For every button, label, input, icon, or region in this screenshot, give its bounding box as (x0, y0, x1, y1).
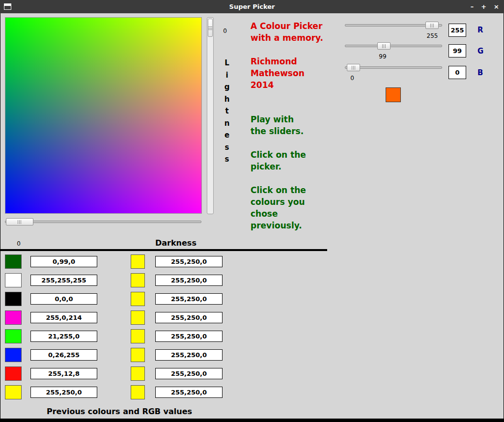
darkness-label: Darkness (155, 238, 196, 248)
green-slider-thumb[interactable] (377, 42, 391, 50)
slider-grip-icon (430, 24, 434, 28)
history-rgb-field[interactable]: 255,250,0 (155, 349, 223, 361)
history-rgb-field[interactable]: 255,250,0 (155, 256, 223, 267)
history-row: 255,0,214 (5, 310, 97, 325)
history-colour-swatch[interactable] (131, 329, 145, 343)
history-colour-swatch[interactable] (131, 292, 145, 306)
history-rgb-field[interactable]: 255,0,214 (30, 312, 97, 323)
history-rgb-field[interactable]: 255,250,0 (155, 293, 223, 305)
headline-text: A Colour Picker with a memory. (251, 20, 323, 44)
history-colour-swatch[interactable] (131, 273, 145, 287)
history-row: 255,255,255 (5, 273, 97, 287)
history-rgb-field[interactable]: 255,250,0 (30, 387, 97, 398)
history-rgb-field[interactable]: 255,250,0 (155, 387, 223, 398)
history-colour-swatch[interactable] (5, 292, 22, 306)
history-row: 255,250,0 (131, 292, 223, 306)
history-right-column: 255,250,0 255,250,0 255,250,0 255,250,0 … (131, 254, 223, 399)
history-colour-swatch[interactable] (5, 366, 22, 381)
history-row: 255,250,0 (131, 329, 223, 343)
darkness-slider-thumb[interactable] (6, 218, 33, 225)
window-title: Super Picker (0, 3, 504, 10)
history-colour-swatch[interactable] (5, 254, 22, 269)
history-row: 0,99,0 (5, 254, 97, 269)
history-row: 255,250,0 (131, 273, 223, 287)
blue-slider-thumb[interactable] (347, 64, 360, 71)
history-rgb-field[interactable]: 255,250,0 (155, 312, 223, 323)
history-colour-swatch[interactable] (5, 310, 22, 325)
window-bottom-border (0, 419, 504, 422)
super-picker-window: { "window": { "title": "Super Picker", "… (0, 0, 504, 422)
history-colour-swatch[interactable] (131, 366, 145, 381)
tip-sliders-text: Play with the sliders. (251, 113, 304, 137)
blue-channel-label: B (477, 68, 483, 77)
slider-grip-icon (382, 44, 386, 48)
red-slider-value: 255 (420, 32, 444, 39)
slider-grip-icon (352, 66, 356, 70)
history-colour-swatch[interactable] (5, 329, 22, 343)
history-colour-swatch[interactable] (5, 385, 22, 399)
lightness-value: 0 (220, 28, 230, 34)
lightness-slider[interactable] (207, 17, 214, 214)
tip-picker-text: Click on the picker. (251, 149, 306, 172)
window-icon[interactable] (4, 3, 11, 10)
minimize-button[interactable]: – (471, 3, 474, 10)
history-caption: Previous colours and RGB values (47, 407, 192, 416)
history-colour-swatch[interactable] (131, 310, 145, 325)
maximize-button[interactable]: + (481, 3, 486, 10)
lightness-slider-thumb[interactable] (208, 19, 213, 37)
history-row: 255,250,0 (5, 385, 97, 399)
green-channel-label: G (477, 47, 483, 56)
green-slider-value: 99 (371, 53, 394, 60)
history-colour-swatch[interactable] (131, 254, 145, 269)
history-colour-swatch[interactable] (131, 348, 145, 362)
titlebar: Super Picker – + × (0, 0, 504, 13)
history-row: 0,26,255 (5, 348, 97, 362)
window-controls: – + × (471, 0, 499, 13)
darkness-value: 0 (14, 240, 24, 247)
history-rgb-field[interactable]: 255,255,255 (30, 275, 97, 286)
separator-line (0, 249, 327, 251)
red-channel-label: R (477, 26, 483, 34)
history-row: 255,250,0 (131, 310, 223, 325)
slider-grip-icon (18, 220, 22, 224)
history-rgb-field[interactable]: 0,0,0 (30, 293, 97, 305)
history-row: 255,250,0 (131, 254, 223, 269)
history-rgb-field[interactable]: 255,12,8 (30, 368, 97, 379)
history-rgb-field[interactable]: 255,250,0 (155, 368, 223, 379)
history-colour-swatch[interactable] (5, 348, 22, 362)
current-colour-swatch (386, 87, 401, 102)
colour-picker-canvas[interactable] (5, 17, 202, 214)
green-slider[interactable] (345, 45, 442, 47)
red-slider-thumb[interactable] (425, 22, 439, 29)
history-row: 255,250,0 (131, 366, 223, 381)
history-rgb-field[interactable]: 0,99,0 (30, 256, 97, 267)
blue-value-field[interactable]: 0 (448, 66, 466, 79)
green-value-field[interactable]: 99 (448, 44, 466, 57)
history-row: 255,250,0 (131, 385, 223, 399)
history-row: 255,12,8 (5, 366, 97, 381)
slider-grip-icon (208, 26, 212, 30)
blue-slider-value: 0 (340, 75, 364, 82)
credit-text: Richmond Mathewson 2014 (251, 56, 305, 91)
history-colour-swatch[interactable] (5, 273, 22, 287)
close-button[interactable]: × (494, 3, 499, 10)
history-colour-swatch[interactable] (131, 385, 145, 399)
history-rgb-field[interactable]: 255,250,0 (155, 331, 223, 342)
history-rgb-field[interactable]: 255,250,0 (155, 275, 223, 286)
history-row: 255,250,0 (131, 348, 223, 362)
red-value-field[interactable]: 255 (448, 24, 466, 37)
picker-gradient-overlay (5, 18, 201, 213)
history-left-column: 0,99,0 255,255,255 0,0,0 255,0,214 21,25… (5, 254, 97, 399)
history-rgb-field[interactable]: 0,26,255 (30, 349, 97, 361)
lightness-label: L i g h t n e s s (222, 57, 232, 166)
history-row: 21,255,0 (5, 329, 97, 343)
history-rgb-field[interactable]: 21,255,0 (30, 331, 97, 342)
darkness-slider[interactable] (5, 221, 201, 223)
history-row: 0,0,0 (5, 292, 97, 306)
tip-history-text: Click on the colours you chose previousl… (251, 184, 306, 231)
